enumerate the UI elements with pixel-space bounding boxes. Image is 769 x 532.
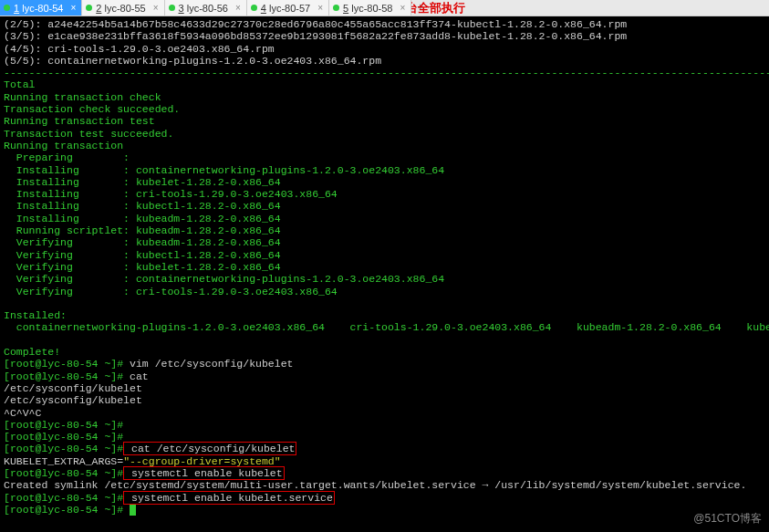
terminal-line: (3/5): e1cae938e231bffa3618f5934a096bd85… [4, 30, 765, 42]
terminal-line: Transaction check succeeded. [4, 103, 765, 115]
tab-label: 3 lyc-80-56 [179, 3, 228, 14]
terminal-line: [root@lyc-80-54 ~]# [4, 431, 765, 443]
terminal-line [4, 334, 765, 346]
watermark: @51CTO博客 [693, 511, 762, 527]
terminal-line: Transaction test succeeded. [4, 128, 765, 140]
terminal-line: Running transaction test [4, 115, 765, 127]
status-dot-icon [251, 5, 257, 11]
tab-lyc-80-56[interactable]: 3 lyc-80-56× [165, 0, 247, 16]
cursor-icon [130, 505, 136, 516]
close-icon[interactable]: × [70, 3, 76, 13]
terminal-line: Verifying : kubeadm-1.28.2-0.x86_64 [4, 236, 765, 248]
terminal-line: KUBELET_EXTRA_ARGS="--cgroup-driver=syst… [4, 455, 765, 467]
terminal-line: (4/5): cri-tools-1.29.0-3.oe2403.x86_64.… [4, 43, 765, 55]
tab-label: 4 lyc-80-57 [261, 3, 310, 14]
terminal-line: [root@lyc-80-54 ~]# systemctl enable kub… [4, 492, 765, 504]
tab-label: 2 lyc-80-55 [96, 3, 145, 14]
terminal-line: Verifying : cri-tools-1.29.0-3.oe2403.x8… [4, 286, 765, 297]
close-icon[interactable]: × [235, 3, 241, 13]
terminal-line: Preparing : [4, 151, 765, 163]
status-dot-icon [169, 5, 175, 11]
tab-label: 5 lyc-80-58 [343, 3, 392, 14]
terminal-line: [root@lyc-80-54 ~]# [4, 504, 765, 516]
terminal-line: ^C^V^C [4, 407, 765, 419]
terminal-line: [root@lyc-80-54 ~]# [4, 419, 765, 431]
terminal-line: [root@lyc-80-54 ~]# cat /etc/sysconfig/k… [4, 443, 765, 454]
status-dot-icon [333, 5, 339, 11]
terminal-line: Complete! [4, 346, 765, 358]
terminal-line: Running scriptlet: kubeadm-1.28.2-0.x86_… [4, 224, 765, 236]
terminal-line: [root@lyc-80-54 ~]# vim /etc/sysconfig/k… [4, 358, 765, 370]
terminal-line: Installing : kubeadm-1.28.2-0.x86_64 [4, 213, 765, 224]
tab-lyc-80-54[interactable]: 1 lyc-80-54× [0, 0, 82, 16]
terminal-line: containernetworking-plugins-1.2.0-3.oe24… [4, 321, 765, 333]
tab-lyc-80-57[interactable]: 4 lyc-80-57× [247, 0, 329, 16]
terminal-line: (2/5): a24e42254b5a14b67b58c4633d29c2737… [4, 18, 765, 30]
tab-label: 1 lyc-80-54 [14, 3, 63, 14]
terminal-line: Running transaction check [4, 91, 765, 103]
terminal-line: Total [4, 78, 765, 90]
terminal-line: Installing : kubectl-1.28.2-0.x86_64 [4, 200, 765, 212]
tab-bar: 1 lyc-80-54×2 lyc-80-55×3 lyc-80-56×4 ly… [0, 0, 769, 16]
terminal-line: Installing : containernetworking-plugins… [4, 164, 765, 176]
terminal-output[interactable]: (2/5): a24e42254b5a14b67b58c4633d29c2737… [0, 16, 769, 532]
close-icon[interactable]: × [317, 3, 323, 13]
terminal-line: ----------------------------------------… [4, 67, 765, 78]
terminal-line: Created symlink /etc/systemd/system/mult… [4, 479, 765, 491]
terminal-line: Installing : kubelet-1.28.2-0.x86_64 [4, 176, 765, 188]
terminal-line: Verifying : kubelet-1.28.2-0.x86_64 [4, 261, 765, 273]
terminal-line [4, 297, 765, 309]
terminal-line: [root@lyc-80-54 ~]# systemctl enable kub… [4, 467, 765, 479]
terminal-line: (5/5): containernetworking-plugins-1.2.0… [4, 55, 765, 67]
terminal-line: [root@lyc-80-54 ~]# cat [4, 370, 765, 382]
status-dot-icon [86, 5, 92, 11]
terminal-line: Verifying : kubectl-1.28.2-0.x86_64 [4, 249, 765, 261]
tab-lyc-80-58[interactable]: 5 lyc-80-58× [329, 0, 411, 16]
terminal-line: /etc/sysconfig/kubelet [4, 394, 765, 406]
terminal-line: Running transaction [4, 140, 765, 151]
tab-lyc-80-55[interactable]: 2 lyc-80-55× [82, 0, 164, 16]
status-dot-icon [4, 5, 10, 11]
terminal-line: Installed: [4, 309, 765, 321]
terminal-line: /etc/sysconfig/kubelet [4, 382, 765, 394]
close-icon[interactable]: × [153, 3, 159, 13]
terminal-line: Verifying : containernetworking-plugins-… [4, 273, 765, 285]
close-icon[interactable]: × [400, 3, 405, 13]
terminal-line: Installing : cri-tools-1.29.0-3.oe2403.x… [4, 188, 765, 200]
